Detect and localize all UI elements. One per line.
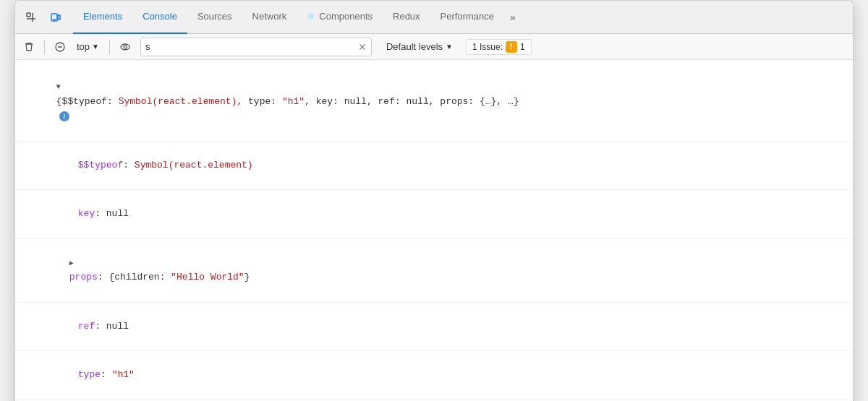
tab-performance[interactable]: Performance	[430, 1, 504, 34]
svg-point-8	[121, 44, 129, 50]
console-line[interactable]: props: {children: "Hello World"}	[15, 239, 853, 303]
device-toolbar-button[interactable]	[46, 7, 66, 27]
console-output: {$$typeof: Symbol(react.element), type: …	[15, 60, 853, 401]
tab-components[interactable]: ⚛ Components	[297, 1, 383, 34]
svg-point-9	[124, 46, 127, 48]
context-selector[interactable]: top ▼	[72, 40, 103, 53]
issues-badge[interactable]: 1 Issue: ! 1	[466, 39, 532, 55]
devtools-window: Elements Console Sources Network ⚛ Compo…	[14, 0, 854, 401]
search-container: ✕	[140, 38, 372, 56]
clear-console-button[interactable]	[20, 38, 38, 56]
svg-rect-4	[58, 15, 60, 20]
console-line[interactable]: {$$typeof: Symbol(react.element), type: …	[15, 63, 853, 142]
filter-button[interactable]	[51, 38, 69, 56]
console-line: type: "h1"	[15, 351, 853, 400]
divider-2	[109, 40, 110, 54]
issue-warning-icon: !	[506, 41, 517, 53]
console-line: key: null	[15, 190, 853, 238]
console-toolbar: top ▼ ✕ Default levels ▼ 1 Issue: ! 1	[15, 34, 853, 60]
tab-console[interactable]: Console	[132, 1, 187, 34]
chevron-down-icon: ▼	[446, 43, 453, 51]
console-line: $$typeof: Symbol(react.element)	[15, 142, 853, 190]
log-levels-dropdown[interactable]: Default levels ▼	[380, 39, 459, 54]
tab-elements[interactable]: Elements	[73, 1, 132, 34]
components-icon: ⚛	[307, 11, 315, 22]
console-line: ref: null	[15, 303, 853, 351]
filter-input[interactable]	[145, 41, 358, 52]
tab-icons	[21, 7, 66, 27]
svg-rect-0	[27, 13, 30, 17]
inspect-element-button[interactable]	[21, 7, 41, 27]
divider-1	[44, 40, 45, 54]
info-icon[interactable]: i	[59, 111, 69, 121]
tab-bar: Elements Console Sources Network ⚛ Compo…	[15, 1, 853, 34]
more-tabs-button[interactable]: »	[506, 12, 520, 23]
tab-redux[interactable]: Redux	[383, 1, 430, 34]
eye-button[interactable]	[116, 38, 135, 56]
clear-search-button[interactable]: ✕	[358, 41, 367, 53]
tab-network[interactable]: Network	[242, 1, 297, 34]
chevron-down-icon: ▼	[92, 43, 99, 51]
expand-arrow[interactable]	[69, 258, 78, 270]
tab-sources[interactable]: Sources	[187, 1, 242, 34]
expand-arrow[interactable]	[56, 82, 65, 93]
